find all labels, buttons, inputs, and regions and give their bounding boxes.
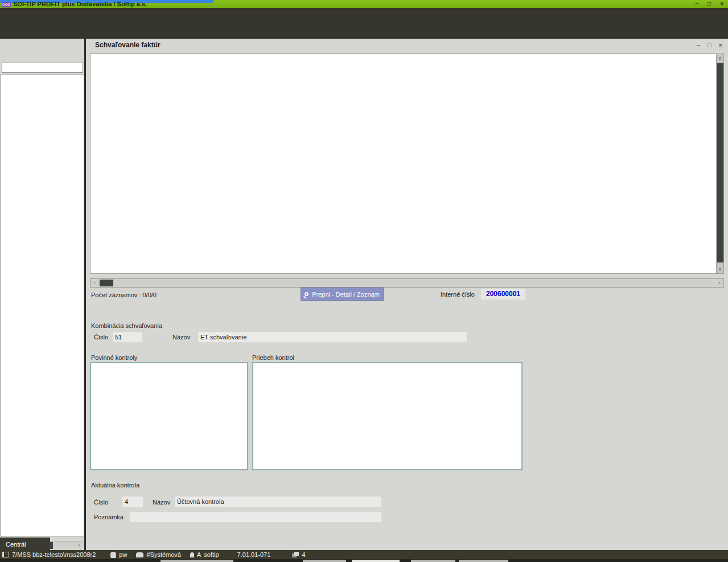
mandatory-controls-table <box>90 362 248 470</box>
field-label: Názov <box>172 334 190 341</box>
aktualna-cislo-field[interactable] <box>122 497 143 507</box>
server-label: 7/MSS bbz-telesto\mss2008r2 <box>12 551 96 558</box>
open-windows-count: 4 <box>302 551 305 558</box>
magnifier-icon <box>305 292 309 296</box>
minimize-icon[interactable]: – <box>697 42 700 48</box>
user-icon <box>190 552 194 557</box>
field-label: Číslo <box>94 499 108 506</box>
field-label: Názov <box>153 499 170 506</box>
section-label: Aktuálna kontrola <box>91 482 139 489</box>
child-window-title: Schvaľovanie faktúr <box>95 41 161 49</box>
window-title: SOFTIP PROFIT plus Dodávatelia / Softip … <box>13 0 147 8</box>
computer-icon <box>2 552 9 557</box>
app-icon: DOD <box>2 2 11 7</box>
section-label: Povinné kontroly <box>91 354 137 361</box>
windows-icon <box>292 552 299 557</box>
grid-vscrollbar[interactable]: ∧ ∨ <box>716 54 723 273</box>
field-label: Číslo <box>94 334 108 341</box>
internal-number-value[interactable]: 200600001 <box>481 289 525 300</box>
sidebar-tree <box>0 75 84 536</box>
section-label: Kombinácia schvaľovania <box>91 322 162 329</box>
kombinacia-cislo-field[interactable] <box>113 332 142 342</box>
scrollbar-thumb[interactable] <box>100 280 113 286</box>
toolbar <box>0 23 728 39</box>
window-titlebar[interactable]: DOD SOFTIP PROFIT plus Dodávatelia / Sof… <box>0 0 728 8</box>
internal-number-label: Interné číslo <box>441 291 475 298</box>
control-history-table <box>252 362 523 470</box>
maximize-icon[interactable]: □ <box>708 42 711 48</box>
sidebar-search-input[interactable] <box>2 63 83 73</box>
aktualna-nazov-field[interactable] <box>175 497 381 507</box>
scrollbar-thumb[interactable] <box>717 63 723 262</box>
section-label: Priebeh kontrol <box>252 354 294 361</box>
database-icon <box>110 552 116 558</box>
database-label: pw <box>119 551 127 558</box>
record-count-label: Počet záznamov : 0/0/0 <box>91 292 157 298</box>
close-icon[interactable]: × <box>719 42 722 48</box>
application-window: DOD SOFTIP PROFIT plus Dodávatelia / Sof… <box>0 0 728 562</box>
restore-icon[interactable]: □ <box>708 0 711 7</box>
taskbar-fragment <box>0 559 728 562</box>
poznamka-field[interactable] <box>130 512 381 522</box>
sidebar: ‹ › Centrál <box>0 39 86 550</box>
user-label: softip <box>204 551 219 558</box>
group-label: #Systémová <box>146 551 181 558</box>
minimize-icon[interactable]: – <box>696 0 699 7</box>
version-label: 7.01.01-071 <box>237 551 271 558</box>
group-icon <box>136 552 143 557</box>
invoice-grid: ∧ ∨ <box>90 54 724 274</box>
kombinacia-nazov-field[interactable] <box>198 332 467 342</box>
grid-hscrollbar[interactable]: ‹ › <box>90 278 724 288</box>
menu-bar <box>0 8 728 23</box>
status-bar: 7/MSS bbz-telesto\mss2008r2 pw #Systémov… <box>0 550 728 559</box>
user-badge: A <box>197 551 201 558</box>
close-icon[interactable]: × <box>720 0 723 7</box>
toggle-detail-list-button[interactable]: Prepni - Detail / Zoznam <box>301 288 384 301</box>
field-label: Poznámka <box>94 514 124 520</box>
